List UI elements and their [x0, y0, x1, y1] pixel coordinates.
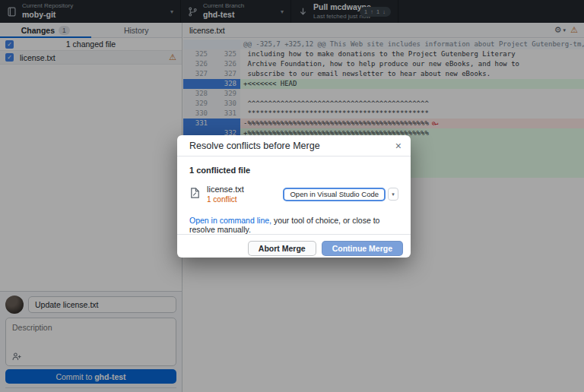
dialog-footer: Abort Merge Continue Merge — [177, 234, 411, 262]
open-command-line-link[interactable]: Open in command line, — [189, 216, 271, 225]
dialog-title: Resolve conflicts before Merge — [189, 141, 320, 151]
resolve-conflicts-dialog: Resolve conflicts before Merge × 1 confl… — [177, 135, 411, 258]
editor-options-caret-button[interactable]: ▾ — [388, 188, 398, 201]
close-icon[interactable]: × — [395, 141, 402, 151]
continue-merge-button[interactable]: Continue Merge — [322, 241, 403, 256]
conflict-count: 1 conflict — [207, 195, 244, 204]
open-in-editor-button[interactable]: Open in Visual Studio Code — [283, 188, 386, 201]
conflicted-file-name: license.txt — [207, 185, 244, 194]
conflicted-file-row: license.txt 1 conflict Open in Visual St… — [189, 185, 398, 204]
conflicted-files-summary: 1 conflicted file — [189, 166, 398, 175]
abort-merge-button[interactable]: Abort Merge — [248, 241, 316, 256]
github-desktop-window: Current Repository moby-git ▾ Current Br… — [0, 0, 584, 392]
resolve-hint: Open in command line, your tool of choic… — [189, 216, 398, 234]
file-icon — [189, 187, 201, 202]
